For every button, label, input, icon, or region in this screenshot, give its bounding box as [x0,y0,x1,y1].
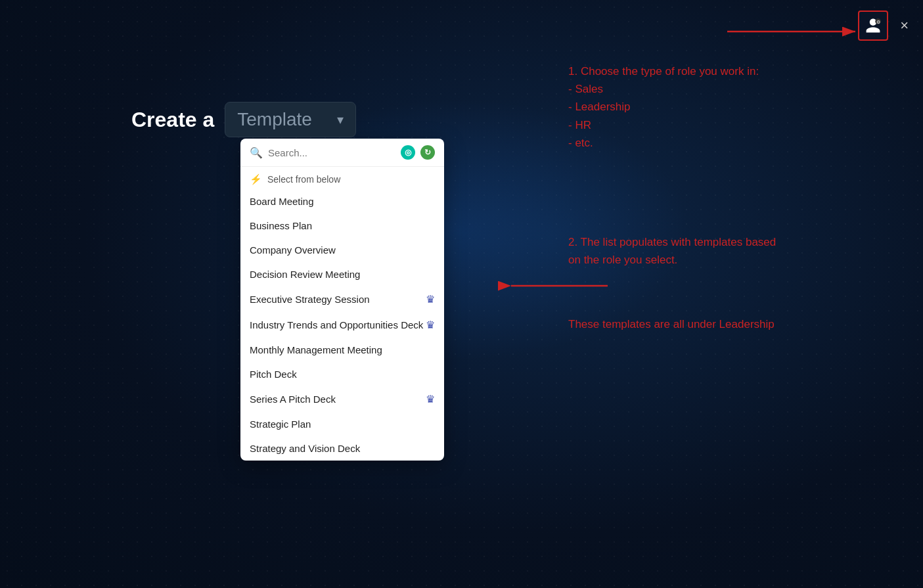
teal-icon: ◎ [401,145,415,160]
list-item[interactable]: Decision Review Meeting [240,262,444,286]
create-row: Create a Template ▾ [131,102,444,137]
crown-icon: ♛ [426,393,435,405]
list-item[interactable]: Board Meeting [240,189,444,214]
search-input[interactable] [268,147,395,158]
svg-text:⚙: ⚙ [877,20,881,24]
list-item[interactable]: Strategic Plan [240,412,444,436]
search-icon: 🔍 [250,147,263,159]
list-item-label: Board Meeting [250,196,314,207]
template-dropdown-text: Template [237,109,329,130]
annotation-2: 2. The list populates with templates bas… [568,233,857,269]
list-item-label: Strategic Plan [250,418,311,430]
green-icon: ↻ [420,145,435,160]
list-item-label: Industry Trends and Opportunities Deck [250,319,423,330]
close-button[interactable]: × [896,16,912,35]
list-item[interactable]: Business Plan [240,214,444,238]
list-item-label: Strategy and Vision Deck [250,443,360,454]
lightning-icon: ⚡ [250,173,262,185]
list-item-label: Company Overview [250,244,336,256]
chevron-down-icon: ▾ [337,112,344,127]
list-item[interactable]: Executive Strategy Session♛ [240,286,444,312]
list-item-label: Pitch Deck [250,369,297,380]
select-below-text: Select from below [267,174,340,185]
select-below-row: ⚡ Select from below [240,167,444,189]
annotation-3: These templates are all under Leadership [568,315,857,333]
dropdown-panel: 🔍 ◎ ↻ ⚡ Select from below Board MeetingB… [240,139,444,461]
top-right-controls: ⚙ × [858,11,912,41]
list-item[interactable]: Monthly Management Meeting [240,338,444,362]
list-item[interactable]: Industry Trends and Opportunities Deck♛ [240,312,444,338]
annotation-1: 1. Choose the type of role you work in: … [568,62,857,152]
main-content: Create a Template ▾ 🔍 ◎ ↻ ⚡ Select from … [131,102,444,461]
search-row: 🔍 ◎ ↻ [240,139,444,167]
list-item[interactable]: Pitch Deck [240,362,444,386]
annotation-area: 1. Choose the type of role you work in: … [568,62,857,152]
list-item-label: Decision Review Meeting [250,269,360,280]
list-item-label: Business Plan [250,220,312,231]
list-item-label: Monthly Management Meeting [250,344,382,355]
list-item[interactable]: Series A Pitch Deck♛ [240,386,444,412]
template-dropdown[interactable]: Template ▾ [225,102,356,137]
annotation-2-area: 2. The list populates with templates bas… [568,233,857,269]
annotation-3-area: These templates are all under Leadership [568,315,857,333]
user-settings-icon: ⚙ [865,17,882,34]
create-prefix-label: Create a [131,108,214,132]
list-item[interactable]: Company Overview [240,238,444,262]
user-role-button[interactable]: ⚙ [858,11,888,41]
list-item-label: Executive Strategy Session [250,294,370,305]
crown-icon: ♛ [426,293,435,305]
template-list: Board MeetingBusiness PlanCompany Overvi… [240,189,444,461]
list-item[interactable]: Strategy and Vision Deck [240,436,444,461]
crown-icon: ♛ [426,319,435,331]
list-item-label: Series A Pitch Deck [250,394,336,405]
